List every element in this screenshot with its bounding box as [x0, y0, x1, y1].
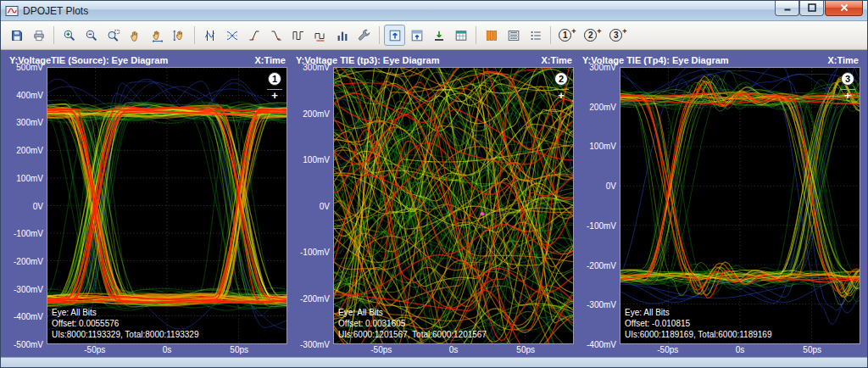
- toolbar-separator: [53, 26, 54, 44]
- plot-3-x-title: X:Time: [828, 55, 859, 65]
- y-tick-label: -100mV: [14, 229, 43, 238]
- plot-3-select-button[interactable]: 3+: [606, 25, 631, 46]
- plot-3-eye-diagram[interactable]: Eye: All BitsOffset: -0.010815UIs:6000:1…: [620, 67, 860, 344]
- zoom-select-button[interactable]: [103, 25, 124, 46]
- zoom-out-icon: [85, 29, 98, 42]
- detail-view-button[interactable]: [525, 25, 546, 46]
- y-tick-label: 500mV: [16, 63, 43, 72]
- plot-1-number: 1: [559, 29, 571, 42]
- x-tick-label: 50ps: [230, 345, 248, 354]
- zoom-in-button[interactable]: [58, 25, 80, 46]
- y-tick-label: -200mV: [587, 260, 616, 270]
- app-icon: [5, 4, 19, 18]
- plot-1-add-plus: +: [571, 27, 576, 36]
- plot-1-overlay-stats: Eye: All BitsOffset: 0.0055576UIs:8000:1…: [52, 307, 198, 340]
- rise-time-icon: [248, 29, 261, 42]
- zoom-out-button[interactable]: [81, 25, 102, 46]
- close-button[interactable]: [825, 1, 863, 16]
- x-tick-label: 0s: [736, 345, 745, 354]
- y-tick-label: 300mV: [303, 63, 330, 72]
- y-tick-label: 300mV: [589, 63, 616, 72]
- x-tick-label: -50ps: [84, 345, 105, 354]
- dock-plot-button[interactable]: [406, 25, 427, 46]
- plot-1-y-axis-labels: 500mV400mV300mV200mV100mV0V-100mV-200mV-…: [8, 67, 47, 344]
- plot-2-expand-button[interactable]: +: [554, 89, 569, 102]
- title-bar[interactable]: DPOJET Plots: [1, 1, 867, 21]
- plot-2-number-badge: 2: [554, 72, 568, 86]
- window-title: DPOJET Plots: [23, 5, 775, 17]
- x-tick-label: -50ps: [657, 345, 678, 354]
- x-tick-label: 50ps: [516, 345, 535, 354]
- toolbar: 1+ 2+ 3+: [1, 21, 867, 50]
- save-icon: [10, 29, 24, 42]
- overlay-line: UIs:6000:1201567, Total:6000:1201567: [338, 329, 487, 340]
- maximize-button[interactable]: [799, 1, 824, 16]
- plot-2-add-plus: +: [597, 27, 601, 36]
- plot-1-eye-diagram[interactable]: Eye: All BitsOffset: 0.0055576UIs:8000:1…: [47, 67, 287, 344]
- period-icon: [292, 29, 305, 42]
- plot-2-eye-canvas: [334, 68, 573, 343]
- minimize-button[interactable]: [775, 1, 799, 16]
- plot-2-x-axis-labels: -50ps0s50ps: [333, 344, 574, 357]
- minimize-icon: [781, 1, 794, 14]
- x-tick-label: 0s: [163, 345, 172, 354]
- vertical-cursors-button[interactable]: [199, 25, 220, 46]
- pan-hand-button[interactable]: [125, 25, 146, 46]
- pan-vertical-button[interactable]: [169, 25, 190, 46]
- export-plot-button[interactable]: [384, 25, 405, 46]
- plot-panel-3: Y:Voltage TIE (Tp4): Eye Diagram X:Time …: [581, 54, 860, 357]
- summary-view-button[interactable]: [503, 25, 524, 46]
- toolbar-separator: [476, 26, 476, 44]
- period-button[interactable]: [287, 25, 309, 46]
- configure-button[interactable]: [353, 25, 375, 46]
- eye-mask-button[interactable]: [221, 25, 242, 46]
- plot-1-expand-button[interactable]: +: [267, 89, 282, 102]
- window-bottom-frame: [1, 357, 867, 367]
- y-tick-label: -100mV: [300, 248, 330, 257]
- plot-2-overlay-stats: Eye: All BitsOffset: 0.0031605UIs:6000:1…: [338, 307, 487, 340]
- results-table-button[interactable]: [450, 25, 471, 46]
- pulse-width-button[interactable]: [309, 25, 331, 46]
- plot-3-x-axis-labels: -50ps0s50ps: [620, 344, 860, 357]
- fall-time-button[interactable]: [265, 25, 287, 46]
- toolbar-separator: [379, 26, 380, 44]
- histogram-view-button[interactable]: [481, 25, 502, 46]
- overlay-line: Offset: 0.0031605: [338, 318, 487, 329]
- plot-3-y-axis-labels: 300mV200mV100mV0V-100mV-200mV-300mV-400m…: [581, 67, 620, 344]
- dock-plot-icon: [410, 29, 424, 42]
- print-button[interactable]: [28, 25, 49, 46]
- save-data-button[interactable]: [428, 25, 449, 46]
- x-tick-label: 50ps: [803, 345, 821, 354]
- plot-2-eye-diagram[interactable]: Eye: All BitsOffset: 0.0031605UIs:6000:1…: [333, 67, 574, 344]
- toolbar-separator: [550, 26, 551, 44]
- y-tick-label: 100mV: [16, 173, 43, 182]
- overlay-line: Offset: 0.0055576: [52, 318, 198, 329]
- overlay-line: UIs:6000:1189169, Total:6000:1189169: [625, 329, 771, 340]
- spectrum-icon: [336, 29, 349, 42]
- save-button[interactable]: [6, 25, 27, 46]
- overlay-line: Eye: All Bits: [625, 307, 771, 318]
- rise-time-button[interactable]: [243, 25, 264, 46]
- detail-view-icon: [529, 29, 542, 42]
- y-tick-label: 100mV: [303, 155, 330, 164]
- maximize-icon: [805, 1, 819, 14]
- plot-2-y-axis-labels: 300mV200mV100mV0V-100mV-200mV-300mV: [294, 67, 333, 344]
- pan-horizontal-button[interactable]: [147, 25, 168, 46]
- y-tick-label: 0V: [606, 181, 616, 191]
- x-tick-label: -50ps: [370, 345, 392, 354]
- wrench-icon: [358, 29, 371, 42]
- plot-panel-1: Y:VoltageTIE (Source): Eye Diagram X:Tim…: [8, 54, 287, 357]
- plot-2-select-button[interactable]: 2+: [581, 25, 605, 46]
- plot-1-x-axis-labels: -50ps0s50ps: [47, 344, 287, 357]
- plot-3-expand-button[interactable]: +: [840, 89, 855, 102]
- spectrum-button[interactable]: [331, 25, 353, 46]
- y-tick-label: -300mV: [14, 284, 43, 293]
- plot-panel-2: Y:Voltage TIE (tp3): Eye Diagram X:Time …: [294, 54, 574, 357]
- plot-3-overlay-stats: Eye: All BitsOffset: -0.010815UIs:6000:1…: [625, 307, 771, 340]
- pan-horizontal-icon: [151, 29, 164, 42]
- plot-1-select-button[interactable]: 1+: [555, 25, 580, 46]
- y-tick-label: -100mV: [587, 220, 616, 230]
- overlay-line: Eye: All Bits: [52, 307, 198, 318]
- y-tick-label: -200mV: [14, 256, 43, 265]
- dpojet-plots-window: DPOJET Plots: [0, 0, 868, 368]
